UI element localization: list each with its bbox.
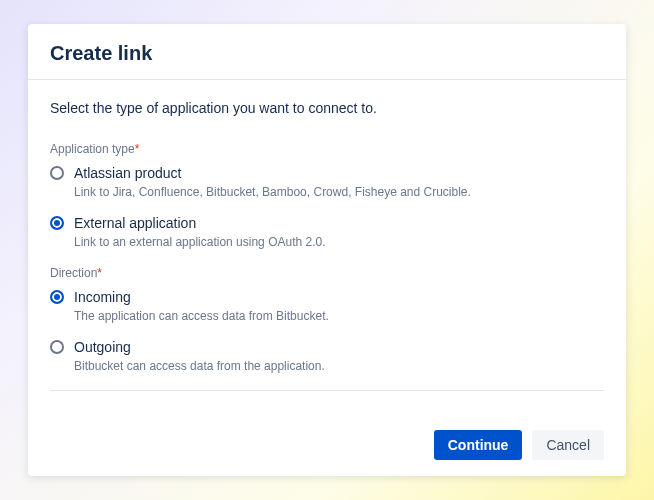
application-type-label: Application type*	[50, 142, 604, 156]
option-label: External application	[74, 214, 604, 232]
option-label: Outgoing	[74, 338, 604, 356]
continue-button[interactable]: Continue	[434, 430, 523, 460]
option-external-application[interactable]: External application Link to an external…	[50, 214, 604, 250]
option-outgoing[interactable]: Outgoing Bitbucket can access data from …	[50, 338, 604, 374]
field-label-text: Direction	[50, 266, 97, 280]
option-description: Link to an external application using OA…	[74, 235, 604, 250]
radio-icon	[50, 216, 64, 230]
option-label: Atlassian product	[74, 164, 604, 182]
option-incoming[interactable]: Incoming The application can access data…	[50, 288, 604, 324]
radio-icon	[50, 290, 64, 304]
radio-icon	[50, 166, 64, 180]
direction-label: Direction*	[50, 266, 604, 280]
dialog-header: Create link	[28, 24, 626, 80]
dialog-footer: Continue Cancel	[28, 416, 626, 476]
field-label-text: Application type	[50, 142, 135, 156]
required-indicator: *	[97, 266, 102, 280]
radio-icon	[50, 340, 64, 354]
dialog-title: Create link	[50, 42, 604, 65]
divider	[50, 390, 604, 391]
dialog-body: Select the type of application you want …	[28, 80, 626, 416]
direction-group: Direction* Incoming The application can …	[50, 266, 604, 374]
create-link-dialog: Create link Select the type of applicati…	[28, 24, 626, 476]
option-label: Incoming	[74, 288, 604, 306]
application-type-group: Application type* Atlassian product Link…	[50, 142, 604, 250]
cancel-button[interactable]: Cancel	[532, 430, 604, 460]
option-atlassian-product[interactable]: Atlassian product Link to Jira, Confluen…	[50, 164, 604, 200]
option-description: Bitbucket can access data from the appli…	[74, 359, 604, 374]
intro-text: Select the type of application you want …	[50, 100, 604, 116]
option-description: Link to Jira, Confluence, Bitbucket, Bam…	[74, 185, 604, 200]
required-indicator: *	[135, 142, 140, 156]
option-description: The application can access data from Bit…	[74, 309, 604, 324]
